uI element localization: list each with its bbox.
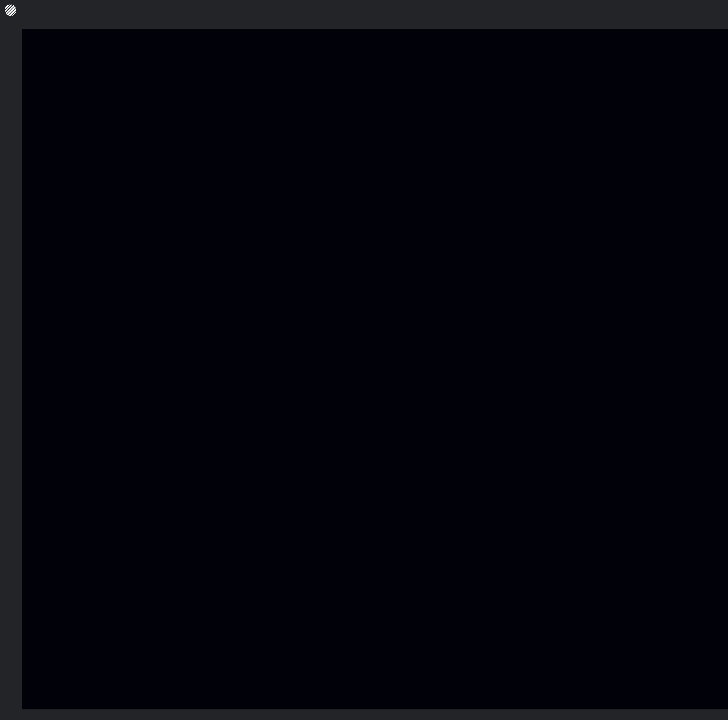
spectrogram-page <box>0 0 728 720</box>
header-bar <box>0 0 728 29</box>
footer-bar <box>0 710 728 720</box>
spectrogram-canvas <box>22 29 728 709</box>
colorbar-gradient <box>200 5 554 10</box>
colorbar-legend <box>0 0 728 14</box>
spectrogram-plot-area <box>0 0 728 720</box>
